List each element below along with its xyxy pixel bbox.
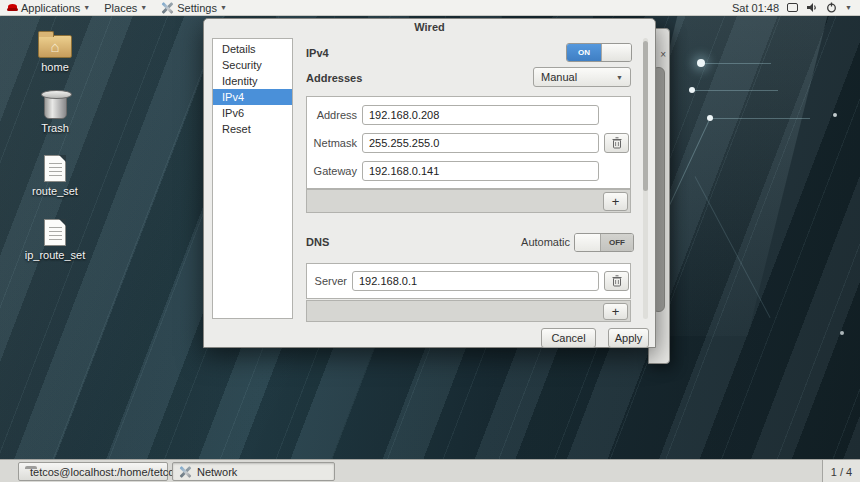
- clock[interactable]: Sat 01:48: [732, 2, 779, 14]
- toggle-knob: [601, 44, 631, 61]
- settings-tools-icon: [161, 2, 174, 14]
- dns-heading: DNS: [306, 236, 329, 248]
- wallpaper-line: [701, 63, 771, 64]
- document-icon: [44, 155, 66, 182]
- top-bar: Applications ▼ Places ▼ Settings ▼ Sat 0…: [0, 0, 860, 16]
- wired-dialog: Wired Details Security Identity IPv4 IPv…: [203, 18, 656, 348]
- add-dns-server-bar[interactable]: +: [306, 300, 631, 322]
- toggle-knob: [575, 234, 601, 251]
- netmask-label: Netmask: [307, 137, 357, 149]
- close-icon[interactable]: ×: [660, 49, 666, 60]
- address-input[interactable]: [362, 105, 599, 125]
- sidebar-item-security[interactable]: Security: [213, 57, 292, 73]
- server-label: Server: [307, 275, 347, 287]
- wallpaper-node: [697, 59, 705, 67]
- wallpaper-line: [710, 118, 810, 119]
- desktop-icon-trash[interactable]: Trash: [20, 90, 90, 134]
- distro-logo-icon: [7, 4, 18, 12]
- document-icon: [44, 219, 66, 246]
- workspace-indicator[interactable]: 1 / 4: [822, 460, 860, 482]
- desktop-icon-ip-route-set[interactable]: ip_route_set: [20, 219, 90, 261]
- netmask-input[interactable]: [362, 133, 599, 153]
- wallpaper-node: [689, 87, 695, 93]
- volume-icon[interactable]: [806, 2, 818, 13]
- cancel-button[interactable]: Cancel: [541, 328, 596, 348]
- gateway-label: Gateway: [307, 165, 357, 177]
- dialog-title: Wired: [204, 19, 655, 36]
- dialog-sidebar: Details Security Identity IPv4 IPv6 Rese…: [212, 38, 293, 319]
- desktop-icon-route-set[interactable]: route_set: [20, 155, 90, 197]
- wallpaper-line: [692, 90, 778, 91]
- toggle-off-label: OFF: [601, 234, 633, 251]
- applications-menu[interactable]: Applications ▼: [0, 0, 97, 16]
- places-menu[interactable]: Places ▼: [97, 0, 154, 16]
- taskbar-window-label: tetcos@localhost:/home/tetcos: [30, 466, 180, 478]
- ipv4-heading: IPv4: [306, 47, 329, 59]
- system-menu-caret-icon[interactable]: ▼: [845, 4, 852, 11]
- desktop-icon-label: route_set: [32, 185, 78, 197]
- dropdown-caret-icon: ▼: [616, 74, 623, 81]
- trash-delete-icon: [612, 275, 622, 287]
- dns-automatic-toggle[interactable]: OFF: [574, 233, 634, 252]
- settings-menu[interactable]: Settings ▼: [154, 0, 234, 16]
- sidebar-item-details[interactable]: Details: [213, 41, 292, 57]
- desktop-icon-label: ip_route_set: [25, 249, 86, 261]
- delete-address-button[interactable]: [604, 133, 629, 153]
- dialog-scrollbar-thumb[interactable]: [643, 41, 648, 191]
- address-label: Address: [307, 109, 357, 121]
- desktop: ⌂ home Trash route_set ip_route_set × Wi…: [0, 16, 860, 459]
- places-menu-label: Places: [104, 2, 137, 14]
- wallpaper-node: [833, 113, 837, 117]
- dropdown-value: Manual: [541, 71, 577, 83]
- desktop-icon-home[interactable]: ⌂ home: [20, 30, 90, 73]
- trash-can-icon: [44, 93, 67, 119]
- toggle-on-label: ON: [567, 44, 601, 61]
- plus-icon: +: [612, 304, 620, 319]
- desktop-icon-label: Trash: [41, 122, 69, 134]
- sidebar-item-identity[interactable]: Identity: [213, 73, 292, 89]
- settings-menu-label: Settings: [177, 2, 217, 14]
- dns-automatic-label: Automatic: [518, 236, 570, 248]
- add-dns-server-button[interactable]: +: [603, 303, 628, 320]
- sidebar-item-ipv4[interactable]: IPv4: [213, 89, 292, 105]
- dns-server-input[interactable]: [352, 271, 599, 291]
- chevron-down-icon: ▼: [140, 4, 147, 11]
- applications-menu-label: Applications: [21, 2, 80, 14]
- sidebar-item-reset[interactable]: Reset: [213, 121, 292, 137]
- gateway-input[interactable]: [362, 161, 599, 181]
- addresses-heading: Addresses: [306, 72, 362, 84]
- house-icon: ⌂: [50, 39, 59, 54]
- add-address-button[interactable]: +: [603, 192, 628, 211]
- delete-dns-server-button[interactable]: [604, 271, 629, 291]
- apply-button[interactable]: Apply: [608, 328, 649, 348]
- add-address-bar[interactable]: +: [306, 189, 631, 213]
- taskbar-window-terminal[interactable]: tetcos@localhost:/home/tetcos: [18, 462, 168, 481]
- display-icon[interactable]: [787, 3, 798, 12]
- taskbar-window-label: Network: [197, 466, 237, 478]
- ipv4-toggle[interactable]: ON: [566, 43, 632, 62]
- network-tools-icon: [179, 466, 192, 478]
- chevron-down-icon: ▼: [220, 4, 227, 11]
- plus-icon: +: [612, 194, 620, 209]
- bottom-taskbar: tetcos@localhost:/home/tetcos Network 1 …: [0, 459, 860, 482]
- desktop-icon-label: home: [41, 61, 69, 73]
- dns-server-frame: Server: [306, 263, 631, 299]
- wallpaper-node: [707, 115, 713, 121]
- wallpaper-node: [840, 331, 844, 335]
- dialog-scrollbar[interactable]: [643, 38, 648, 319]
- power-icon[interactable]: [826, 2, 837, 13]
- taskbar-window-network[interactable]: Network: [172, 462, 335, 481]
- sidebar-item-ipv6[interactable]: IPv6: [213, 105, 292, 121]
- trash-delete-icon: [612, 137, 622, 149]
- home-folder-icon: ⌂: [38, 35, 72, 58]
- addresses-frame: Address Netmask Gateway: [306, 96, 631, 189]
- address-method-dropdown[interactable]: Manual ▼: [533, 67, 631, 87]
- chevron-down-icon: ▼: [83, 4, 90, 11]
